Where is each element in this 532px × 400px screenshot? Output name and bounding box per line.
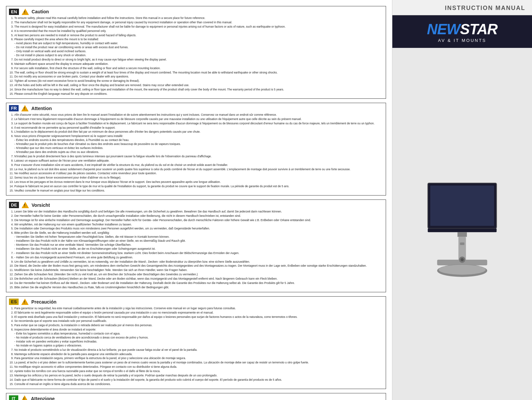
list-item: Ziehen Sie alle Schrauben fest. (Wenden …: [14, 273, 383, 277]
warning-icon-de: [22, 202, 29, 208]
de-list: Lesen Sie bitte vor der Installation des…: [9, 210, 383, 290]
section-title-es: Precaución: [31, 299, 56, 305]
warning-triangle-fr: [21, 105, 29, 111]
list-item: Le support de fixation murale est conçu …: [14, 122, 383, 126]
list-item: - Halten Sie um das Anzeigegerät ausreic…: [14, 256, 383, 260]
list-item: Puisque le fabricant ne peut en aucun ca…: [14, 185, 383, 189]
section-title-it: Attenzione: [31, 396, 55, 400]
list-item: Die Montage ist für eine einfache Instal…: [14, 218, 383, 222]
section-body-de: Lesen Sie bitte vor der Installation des…: [9, 210, 383, 290]
warning-icon-fr: [21, 105, 29, 112]
list-item: Para garantizar una instalación segura, …: [14, 356, 383, 360]
list-item: No modifique ningún accesorio ni utilice…: [14, 365, 383, 369]
warning-icon-it: [21, 395, 28, 400]
list-item: Veuillez consulter le manuel en anglais …: [14, 189, 383, 193]
list-item: Afin d'assurer votre sécurité, nous vous…: [14, 113, 383, 117]
fr-list: Afin d'assurer votre sécurité, nous vous…: [9, 113, 383, 193]
section-de-header: DE Vorsicht: [9, 202, 383, 208]
list-item: El fabricante no será legalmente respons…: [14, 311, 383, 315]
list-item: Please consult the English language manu…: [14, 92, 383, 96]
warning-triangle-it: [21, 395, 28, 400]
list-item: Les trous et les perçages et les écrous …: [14, 180, 383, 184]
list-item: Consulte el manual en inglés si tiene al…: [14, 382, 383, 386]
list-item: Maintain sufficient space around the dis…: [14, 62, 383, 66]
lang-badge-fr: FR: [9, 105, 19, 111]
list-item: Since the manufacturer has no way to det…: [14, 88, 383, 92]
right-panel: INSTRUCTION MANUAL NEWSTAR AV & IT MOUNT…: [392, 0, 532, 400]
section-title-en: Caution: [32, 9, 49, 14]
list-item: La pared, el techo o el piso deben ser l…: [14, 361, 383, 365]
list-item: To ensure safety, please read this manua…: [14, 16, 383, 20]
list-item: All the holes and bolts will be left in …: [14, 83, 383, 87]
list-item: Tighten all screws (do not exert excessi…: [14, 79, 383, 83]
list-item: Il est recommandé de ne permettre qu'au …: [14, 126, 383, 130]
list-item: Der Hersteller haftet für keine Geräte- …: [14, 214, 383, 218]
warning-icon-es: [21, 299, 29, 305]
section-body-fr: Afin d'assurer votre sécurité, nous vous…: [9, 113, 383, 193]
section-title-fr: Attention: [31, 106, 52, 111]
warning-triangle-es: [21, 299, 29, 305]
list-item: Pour s'assurer d'une installation sûre e…: [14, 163, 383, 167]
list-item: Do not install product directly to direc…: [14, 58, 383, 62]
svg-rect-8: [460, 243, 464, 245]
list-item: Mantenga los orificios y los pernos en l…: [14, 374, 383, 378]
svg-rect-2: [428, 228, 496, 232]
svg-rect-1: [430, 186, 494, 226]
section-fr: FR Attention Afin d'assurer votre sécuri…: [6, 103, 386, 196]
lang-badge-en: EN: [9, 9, 19, 15]
section-title-de: Vorsicht: [32, 202, 50, 208]
section-es-header: ES Precaución: [9, 299, 383, 305]
product-illustration: [416, 180, 509, 286]
list-item: Para garantizar su seguridad, lea este m…: [14, 307, 383, 311]
section-it: IT Attenzione Per garantire la sicurezza…: [6, 393, 386, 400]
list-item: At least two persons are needed to insta…: [14, 34, 383, 38]
list-item: N'installez pas le produit directement f…: [14, 155, 383, 159]
list-item: Dado que el fabricante no tiene forma de…: [14, 378, 383, 382]
list-item: Para evitar que se caiga el producto, la…: [14, 324, 383, 328]
list-item: Le mur, le plafond ou le sol doit être a…: [14, 168, 383, 172]
svg-rect-3: [458, 232, 467, 237]
list-item: El soporte está diseñado para una fácil …: [14, 315, 383, 319]
es-list: Para garantizar su seguridad, lea este m…: [9, 307, 383, 386]
list-item: Do not modify any accessories or use bro…: [14, 75, 383, 79]
brand-logo: NEWSTAR: [427, 22, 497, 37]
list-item: Mantenga suficiente espacio alrededor de…: [14, 352, 383, 356]
section-it-header: IT Attenzione: [9, 395, 383, 400]
svg-point-7: [439, 265, 485, 275]
list-item: Die Wand, die Decke oder der Boden muss …: [14, 264, 383, 268]
section-body-es: Para garantizar su seguridad, lea este m…: [9, 307, 383, 386]
list-item: Lesen Sie bitte vor der Installation des…: [14, 210, 383, 214]
list-item: Um die Sicherheit zu gewähren und Unfäll…: [14, 260, 383, 264]
warning-triangle-de: [22, 202, 29, 208]
lang-badge-it: IT: [9, 395, 18, 400]
section-en-header: EN Caution: [9, 8, 383, 15]
lang-badge-es: ES: [9, 299, 19, 305]
brand-name-new: NEW: [427, 21, 460, 37]
list-item: The manufacturer shall not be legally re…: [14, 21, 383, 25]
list-item: No instale el producto sometiéndolo a lu…: [14, 348, 383, 352]
brand-logo-area: NEWSTAR AV & IT MOUNTS: [392, 15, 532, 48]
list-item: Die Installation oder Demontage des Prod…: [14, 227, 383, 231]
list-item: Serrez tous les vis (sans forcer excessi…: [14, 176, 383, 180]
list-item: L'installation ou le déplacement du prod…: [14, 130, 383, 134]
list-item: For secure safe installation, first chec…: [14, 67, 383, 70]
list-item: Modifizieren Sie keine Zubehörteile. Ver…: [14, 268, 383, 272]
section-fr-header: FR Attention: [9, 105, 383, 112]
list-item: Apriete todos los tornillos con una fuer…: [14, 369, 383, 373]
list-item: It is recommended that the mount be inst…: [14, 29, 383, 33]
list-item: Da der Hersteller hat keinen Einfluss au…: [14, 281, 383, 285]
list-item: Wir empfehlen, mit der Halterung nur von…: [14, 223, 383, 227]
list-item: Bitte prüfen Sie die Stelle, wo die Halt…: [14, 231, 383, 251]
warning-icon-en: [22, 8, 29, 15]
warning-triangle-en: [22, 9, 29, 15]
section-de: DE Vorsicht Lesen Sie bitte vor der Inst…: [6, 200, 386, 292]
list-item: Le fabricant n'est tenu légalement respo…: [14, 117, 383, 121]
section-en: EN Caution To ensure safety, please read…: [6, 6, 386, 99]
product-image-area: [392, 48, 532, 400]
left-panel: EN Caution To ensure safety, please read…: [0, 0, 392, 400]
brand-name-star: STAR: [460, 21, 498, 37]
list-item: Please carefully inspect the area where …: [14, 38, 383, 57]
list-item: Die Bohrlöcher und die Schrauben (Bolzen…: [14, 277, 383, 281]
list-item: The wall, ceiling or floor should be str…: [14, 71, 383, 75]
list-item: Laissez un espace suffisant autour de l'…: [14, 159, 383, 163]
